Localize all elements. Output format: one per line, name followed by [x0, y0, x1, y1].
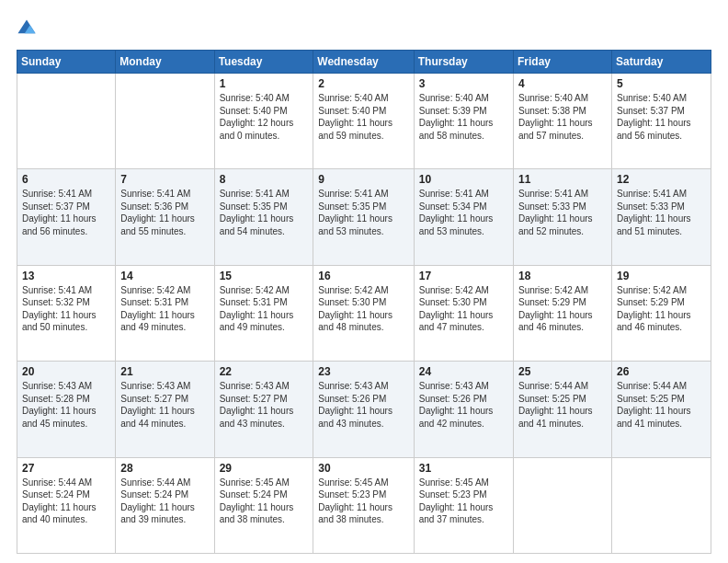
day-info: Sunrise: 5:41 AMSunset: 5:35 PMDaylight:…	[220, 188, 309, 237]
day-info: Sunrise: 5:42 AMSunset: 5:29 PMDaylight:…	[518, 284, 607, 334]
calendar-cell	[116, 74, 214, 169]
calendar-cell	[611, 457, 711, 553]
day-number: 8	[220, 173, 309, 186]
day-number: 9	[318, 173, 408, 186]
day-number: 31	[419, 462, 508, 475]
day-number: 12	[617, 173, 706, 186]
day-info: Sunrise: 5:43 AMSunset: 5:26 PMDaylight:…	[318, 380, 408, 430]
day-info: Sunrise: 5:44 AMSunset: 5:24 PMDaylight:…	[120, 477, 209, 526]
day-number: 28	[120, 462, 209, 475]
calendar-table: SundayMondayTuesdayWednesdayThursdayFrid…	[17, 50, 711, 554]
day-info: Sunrise: 5:40 AMSunset: 5:39 PMDaylight:…	[419, 92, 508, 142]
calendar-cell: 30Sunrise: 5:45 AMSunset: 5:23 PMDayligh…	[313, 457, 414, 553]
day-number: 11	[518, 173, 607, 186]
calendar-cell: 7Sunrise: 5:41 AMSunset: 5:36 PMDaylight…	[116, 169, 214, 265]
calendar-cell: 14Sunrise: 5:42 AMSunset: 5:31 PMDayligh…	[116, 265, 214, 361]
day-number: 24	[419, 365, 508, 378]
calendar-header-sunday: Sunday	[17, 51, 116, 74]
page: SundayMondayTuesdayWednesdayThursdayFrid…	[0, 0, 728, 563]
day-info: Sunrise: 5:45 AMSunset: 5:23 PMDaylight:…	[318, 477, 408, 526]
calendar-cell: 23Sunrise: 5:43 AMSunset: 5:26 PMDayligh…	[313, 362, 414, 457]
day-number: 27	[22, 462, 110, 475]
day-number: 14	[120, 270, 209, 282]
day-number: 13	[22, 270, 110, 282]
day-info: Sunrise: 5:41 AMSunset: 5:33 PMDaylight:…	[617, 188, 706, 237]
day-info: Sunrise: 5:41 AMSunset: 5:33 PMDaylight:…	[518, 188, 607, 237]
day-info: Sunrise: 5:45 AMSunset: 5:23 PMDaylight:…	[419, 477, 508, 526]
calendar-header-wednesday: Wednesday	[313, 51, 414, 74]
calendar-cell: 2Sunrise: 5:40 AMSunset: 5:40 PMDaylight…	[313, 74, 414, 169]
calendar-cell: 8Sunrise: 5:41 AMSunset: 5:35 PMDaylight…	[214, 169, 313, 265]
calendar-header-saturday: Saturday	[611, 51, 711, 74]
calendar-cell: 9Sunrise: 5:41 AMSunset: 5:35 PMDaylight…	[313, 169, 414, 265]
calendar-cell: 16Sunrise: 5:42 AMSunset: 5:30 PMDayligh…	[313, 265, 414, 361]
day-info: Sunrise: 5:43 AMSunset: 5:28 PMDaylight:…	[22, 380, 110, 430]
calendar-cell: 5Sunrise: 5:40 AMSunset: 5:37 PMDaylight…	[611, 74, 711, 169]
calendar-cell: 18Sunrise: 5:42 AMSunset: 5:29 PMDayligh…	[513, 265, 611, 361]
day-number: 23	[318, 365, 408, 378]
day-info: Sunrise: 5:40 AMSunset: 5:40 PMDaylight:…	[318, 92, 408, 142]
day-number: 16	[318, 270, 408, 282]
day-number: 29	[220, 462, 309, 475]
day-info: Sunrise: 5:42 AMSunset: 5:31 PMDaylight:…	[220, 284, 309, 334]
calendar-cell: 26Sunrise: 5:44 AMSunset: 5:25 PMDayligh…	[611, 362, 711, 457]
calendar-cell: 29Sunrise: 5:45 AMSunset: 5:24 PMDayligh…	[214, 457, 313, 553]
calendar-cell: 25Sunrise: 5:44 AMSunset: 5:25 PMDayligh…	[513, 362, 611, 457]
calendar-week-row: 6Sunrise: 5:41 AMSunset: 5:37 PMDaylight…	[17, 169, 711, 265]
day-info: Sunrise: 5:41 AMSunset: 5:35 PMDaylight:…	[318, 188, 408, 237]
day-number: 22	[220, 365, 309, 378]
calendar-cell: 13Sunrise: 5:41 AMSunset: 5:32 PMDayligh…	[17, 265, 116, 361]
calendar-cell: 1Sunrise: 5:40 AMSunset: 5:40 PMDaylight…	[214, 74, 313, 169]
day-info: Sunrise: 5:42 AMSunset: 5:31 PMDaylight:…	[120, 284, 209, 334]
day-number: 5	[617, 77, 706, 90]
day-number: 17	[419, 270, 508, 282]
calendar-cell: 21Sunrise: 5:43 AMSunset: 5:27 PMDayligh…	[116, 362, 214, 457]
day-info: Sunrise: 5:44 AMSunset: 5:24 PMDaylight:…	[22, 477, 110, 526]
day-number: 18	[518, 270, 607, 282]
calendar-cell: 19Sunrise: 5:42 AMSunset: 5:29 PMDayligh…	[611, 265, 711, 361]
calendar-header-friday: Friday	[513, 51, 611, 74]
day-number: 25	[518, 365, 607, 378]
day-number: 4	[518, 77, 607, 90]
calendar-week-row: 20Sunrise: 5:43 AMSunset: 5:28 PMDayligh…	[17, 362, 711, 457]
day-info: Sunrise: 5:43 AMSunset: 5:27 PMDaylight:…	[220, 380, 309, 430]
calendar-week-row: 1Sunrise: 5:40 AMSunset: 5:40 PMDaylight…	[17, 74, 711, 169]
calendar-cell: 22Sunrise: 5:43 AMSunset: 5:27 PMDayligh…	[214, 362, 313, 457]
calendar-header-thursday: Thursday	[414, 51, 513, 74]
day-info: Sunrise: 5:42 AMSunset: 5:30 PMDaylight:…	[318, 284, 408, 334]
day-number: 19	[617, 270, 706, 282]
calendar-cell: 28Sunrise: 5:44 AMSunset: 5:24 PMDayligh…	[116, 457, 214, 553]
day-info: Sunrise: 5:43 AMSunset: 5:26 PMDaylight:…	[419, 380, 508, 430]
calendar-cell: 31Sunrise: 5:45 AMSunset: 5:23 PMDayligh…	[414, 457, 513, 553]
day-number: 15	[220, 270, 309, 282]
day-number: 3	[419, 77, 508, 90]
day-number: 7	[120, 173, 209, 186]
day-info: Sunrise: 5:42 AMSunset: 5:29 PMDaylight:…	[617, 284, 706, 334]
day-info: Sunrise: 5:41 AMSunset: 5:37 PMDaylight:…	[22, 188, 110, 237]
calendar-header-tuesday: Tuesday	[214, 51, 313, 74]
calendar-cell: 3Sunrise: 5:40 AMSunset: 5:39 PMDaylight…	[414, 74, 513, 169]
day-info: Sunrise: 5:43 AMSunset: 5:27 PMDaylight:…	[120, 380, 209, 430]
calendar-cell	[513, 457, 611, 553]
day-number: 2	[318, 77, 408, 90]
calendar-cell: 6Sunrise: 5:41 AMSunset: 5:37 PMDaylight…	[17, 169, 116, 265]
day-number: 6	[22, 173, 110, 186]
calendar-cell: 20Sunrise: 5:43 AMSunset: 5:28 PMDayligh…	[17, 362, 116, 457]
logo-icon	[17, 18, 37, 39]
day-number: 30	[318, 462, 408, 475]
calendar-header-monday: Monday	[116, 51, 214, 74]
calendar-cell: 24Sunrise: 5:43 AMSunset: 5:26 PMDayligh…	[414, 362, 513, 457]
calendar-cell: 10Sunrise: 5:41 AMSunset: 5:34 PMDayligh…	[414, 169, 513, 265]
calendar-cell: 15Sunrise: 5:42 AMSunset: 5:31 PMDayligh…	[214, 265, 313, 361]
calendar-cell: 17Sunrise: 5:42 AMSunset: 5:30 PMDayligh…	[414, 265, 513, 361]
day-number: 20	[22, 365, 110, 378]
calendar-cell: 12Sunrise: 5:41 AMSunset: 5:33 PMDayligh…	[611, 169, 711, 265]
day-info: Sunrise: 5:45 AMSunset: 5:24 PMDaylight:…	[220, 477, 309, 526]
day-number: 26	[617, 365, 706, 378]
day-info: Sunrise: 5:40 AMSunset: 5:38 PMDaylight:…	[518, 92, 607, 142]
calendar-cell	[17, 74, 116, 169]
day-info: Sunrise: 5:41 AMSunset: 5:32 PMDaylight:…	[22, 284, 110, 334]
day-info: Sunrise: 5:40 AMSunset: 5:37 PMDaylight:…	[617, 92, 706, 142]
calendar-cell: 4Sunrise: 5:40 AMSunset: 5:38 PMDaylight…	[513, 74, 611, 169]
day-number: 1	[220, 77, 309, 90]
